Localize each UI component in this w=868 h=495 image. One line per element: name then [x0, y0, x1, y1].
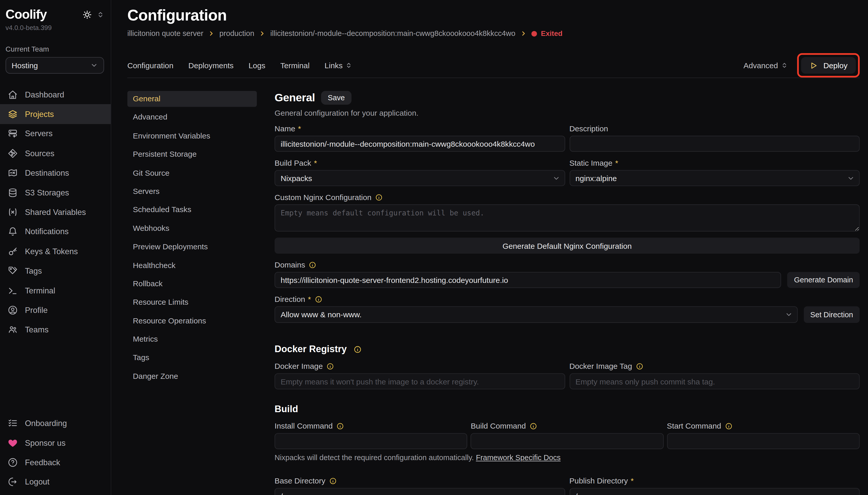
page-title: Configuration — [127, 7, 860, 24]
docker-image-label: Docker Image — [274, 362, 323, 371]
submenu-item-persistent-storage[interactable]: Persistent Storage — [127, 146, 257, 163]
theme-sun-icon[interactable] — [83, 10, 92, 19]
sidebar-item-keys-tokens[interactable]: Keys & Tokens — [0, 242, 111, 261]
sidebar-item-sponsor-us[interactable]: Sponsor us — [0, 433, 111, 453]
generate-domain-button[interactable]: Generate Domain — [787, 272, 860, 288]
set-direction-button[interactable]: Set Direction — [804, 306, 860, 323]
git-source-icon — [8, 148, 18, 158]
domains-input[interactable] — [274, 272, 781, 288]
start-command-label: Start Command — [667, 421, 721, 430]
sidebar-item-label: Sources — [25, 149, 54, 158]
section-title-general: General — [274, 91, 315, 104]
submenu-item-preview-deployments[interactable]: Preview Deployments — [127, 239, 257, 255]
submenu-item-tags[interactable]: Tags — [127, 350, 257, 366]
publish-directory-input[interactable] — [569, 488, 860, 495]
direction-select[interactable] — [274, 306, 797, 323]
submenu-item-general[interactable]: General — [127, 91, 257, 107]
tab-links[interactable]: Links — [324, 61, 352, 70]
sidebar-item-tags[interactable]: Tags — [0, 261, 111, 280]
info-icon — [354, 345, 362, 353]
submenu-item-scheduled-tasks[interactable]: Scheduled Tasks — [127, 202, 257, 218]
info-icon — [315, 295, 322, 303]
submenu-item-git-source[interactable]: Git Source — [127, 165, 257, 181]
submenu-item-resource-operations[interactable]: Resource Operations — [127, 313, 257, 329]
sidebar-item-profile[interactable]: Profile — [0, 300, 111, 320]
framework-docs-link[interactable]: Framework Specific Docs — [476, 454, 561, 462]
bell-icon — [8, 227, 18, 237]
docker-image-input[interactable] — [274, 373, 565, 389]
submenu-item-environment-variables[interactable]: Environment Variables — [127, 128, 257, 144]
sidebar-item-terminal[interactable]: Terminal — [0, 281, 111, 300]
advanced-dropdown[interactable]: Advanced — [743, 61, 788, 70]
team-select[interactable]: Hosting — [6, 57, 104, 74]
submenu-item-rollback[interactable]: Rollback — [127, 276, 257, 292]
tab-terminal[interactable]: Terminal — [280, 61, 309, 70]
install-command-input[interactable] — [274, 433, 467, 449]
key-icon — [8, 246, 18, 256]
user-icon — [8, 305, 18, 315]
sidebar-item-onboarding[interactable]: Onboarding — [0, 413, 111, 433]
sidebar-item-logout[interactable]: Logout — [0, 472, 111, 492]
help-icon — [8, 457, 18, 467]
sidebar-item-destinations[interactable]: Destinations — [0, 163, 111, 183]
tabbar: Configuration Deployments Logs Terminal … — [127, 54, 860, 76]
static-image-select[interactable] — [569, 170, 860, 186]
sidebar-item-label: Terminal — [25, 286, 55, 295]
sidebar-item-label: Profile — [25, 306, 48, 315]
sidebar-item-teams[interactable]: Teams — [0, 320, 111, 339]
tab-label: Deployments — [189, 61, 233, 70]
info-icon — [636, 362, 643, 370]
sidebar-item-label: Feedback — [25, 458, 60, 467]
submenu-item-healthcheck[interactable]: Healthcheck — [127, 257, 257, 273]
base-directory-input[interactable] — [274, 488, 565, 495]
save-button[interactable]: Save — [321, 91, 352, 105]
sidebar-footer: Onboarding Sponsor us Feedback Logout — [0, 413, 111, 495]
tab-label: Configuration — [127, 61, 174, 70]
tab-deployments[interactable]: Deployments — [189, 61, 233, 70]
sidebar-item-dashboard[interactable]: Dashboard — [0, 85, 111, 104]
sidebar-item-s3-storages[interactable]: S3 Storages — [0, 183, 111, 202]
sidebar-item-notifications[interactable]: Notifications — [0, 222, 111, 241]
submenu-item-danger-zone[interactable]: Danger Zone — [127, 368, 257, 385]
tab-configuration[interactable]: Configuration — [127, 61, 174, 70]
name-input[interactable] — [274, 136, 565, 152]
base-directory-label: Base Directory — [274, 476, 325, 485]
submenu-item-advanced[interactable]: Advanced — [127, 109, 257, 125]
info-icon — [725, 423, 732, 430]
generate-nginx-button[interactable]: Generate Default Nginx Configuration — [274, 238, 860, 254]
app-logo: Coolify — [6, 7, 47, 22]
sidebar-item-sources[interactable]: Sources — [0, 143, 111, 163]
deploy-button[interactable]: Deploy — [801, 57, 856, 74]
app-root: Coolify v4.0.0-beta.399 Current Team Hos… — [0, 0, 868, 495]
home-icon — [8, 89, 18, 100]
sidebar-item-label: Projects — [25, 110, 54, 119]
nginx-config-textarea[interactable] — [274, 204, 860, 232]
status-badge: Exited — [531, 29, 563, 37]
sidebar-item-label: Logout — [25, 478, 50, 487]
sidebar-item-label: Tags — [25, 267, 42, 275]
breadcrumb-environment[interactable]: production — [219, 29, 254, 37]
layers-icon — [8, 109, 18, 119]
description-input[interactable] — [569, 136, 860, 152]
sidebar-item-projects[interactable]: Projects — [0, 104, 111, 124]
breadcrumb-application[interactable]: illicitestonion/-module--decomposition:m… — [270, 29, 515, 37]
build-pack-select[interactable] — [274, 170, 565, 186]
build-command-input[interactable] — [471, 433, 663, 449]
config-submenu: General Advanced Environment Variables P… — [127, 91, 257, 495]
sidebar-collapse-icon[interactable] — [97, 11, 104, 18]
heart-icon — [8, 438, 18, 448]
main-area: Configuration illicitonion quote server … — [111, 0, 868, 495]
submenu-item-resource-limits[interactable]: Resource Limits — [127, 294, 257, 310]
sidebar-item-servers[interactable]: Servers — [0, 124, 111, 143]
submenu-item-webhooks[interactable]: Webhooks — [127, 220, 257, 237]
submenu-item-metrics[interactable]: Metrics — [127, 331, 257, 347]
sidebar-item-shared-variables[interactable]: Shared Variables — [0, 202, 111, 222]
breadcrumb-project[interactable]: illicitonion quote server — [127, 29, 203, 37]
submenu-item-servers[interactable]: Servers — [127, 183, 257, 200]
start-command-input[interactable] — [667, 433, 860, 449]
docker-image-tag-input[interactable] — [569, 373, 860, 389]
info-icon — [329, 477, 336, 484]
tab-logs[interactable]: Logs — [249, 61, 266, 70]
sidebar-item-feedback[interactable]: Feedback — [0, 453, 111, 472]
sidebar-item-label: Keys & Tokens — [25, 247, 78, 256]
